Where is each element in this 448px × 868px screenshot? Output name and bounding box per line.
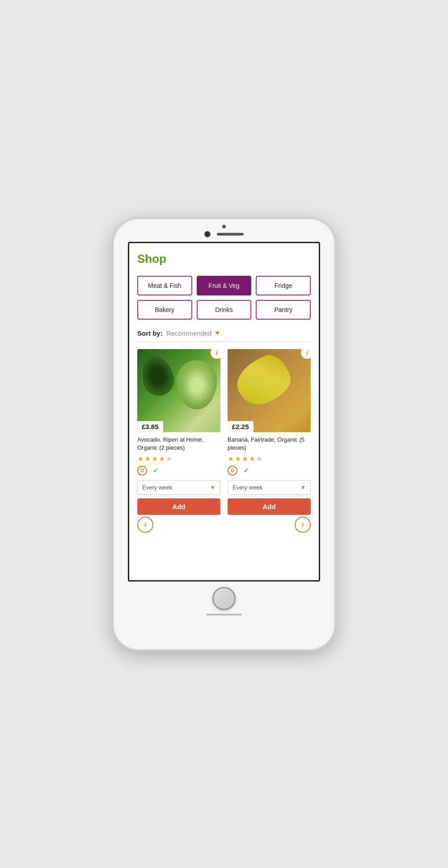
product-image-avocado: £3.85 i xyxy=(137,349,220,432)
banana-image xyxy=(228,349,311,432)
sort-value-text: Recommended xyxy=(166,329,212,337)
avocado-frequency-select[interactable]: Every week ▼ xyxy=(137,480,220,495)
sort-dropdown[interactable]: Recommended ▼ xyxy=(166,329,221,337)
category-btn-bakery[interactable]: Bakery xyxy=(137,300,192,320)
category-btn-fridge[interactable]: Fridge xyxy=(256,276,311,295)
banana-stars: ★ ★ ★ ★ ★ xyxy=(228,455,311,463)
phone-top xyxy=(113,219,335,237)
category-btn-drinks[interactable]: Drinks xyxy=(197,300,252,320)
star-5: ★ xyxy=(166,455,172,463)
product-card-avocado: £3.85 i Avocado, Ripen at Home, Organic … xyxy=(137,349,220,515)
star-3: ★ xyxy=(242,455,248,463)
avocado-price: £3.85 xyxy=(137,421,163,432)
vegan-badge: ✓ xyxy=(151,466,161,476)
product-image-banana: £2.25 i xyxy=(228,349,311,432)
avocado-frequency-chevron: ▼ xyxy=(210,484,216,491)
banana-name: Banana, Fairtrade, Organic (5 pieces) xyxy=(228,436,311,452)
more-products-hint: i i xyxy=(137,517,311,533)
banana-price: £2.25 xyxy=(228,421,254,432)
vegan-badge: ✓ xyxy=(241,466,251,476)
home-button[interactable] xyxy=(212,587,236,610)
avocado-image xyxy=(137,349,220,432)
chevron-down-icon: ▼ xyxy=(214,329,220,337)
star-4: ★ xyxy=(159,455,165,463)
category-grid: Meat & Fish Fruit & Veg Fridge Bakery Dr… xyxy=(137,276,311,320)
banana-add-button[interactable]: Add xyxy=(228,498,311,515)
organic-badge: Ω xyxy=(137,466,147,476)
avocado-badges: Ω ✓ xyxy=(137,466,220,476)
avocado-frequency-value: Every week xyxy=(142,484,172,491)
category-btn-fruit-veg[interactable]: Fruit & Veg xyxy=(197,276,252,295)
power-button xyxy=(335,317,338,344)
category-btn-meat-fish[interactable]: Meat & Fish xyxy=(137,276,192,295)
star-3: ★ xyxy=(152,455,158,463)
banana-frequency-select[interactable]: Every week ▼ xyxy=(228,480,311,495)
phone-speaker xyxy=(217,233,244,236)
products-grid: £3.85 i Avocado, Ripen at Home, Organic … xyxy=(137,349,311,515)
avocado-add-button[interactable]: Add xyxy=(137,498,220,515)
bottom-bar xyxy=(206,614,242,615)
volume-buttons xyxy=(110,290,113,341)
star-2: ★ xyxy=(235,455,241,463)
sort-divider xyxy=(137,341,311,342)
banana-badges: Ω ✓ xyxy=(228,466,311,476)
screen-content: Shop Meat & Fish Fruit & Veg Fridge Bake… xyxy=(129,243,319,580)
star-4: ★ xyxy=(249,455,255,463)
phone-screen: Shop Meat & Fish Fruit & Veg Fridge Bake… xyxy=(128,242,320,581)
star-5: ★ xyxy=(256,455,262,463)
banana-frequency-chevron: ▼ xyxy=(300,484,306,491)
sort-row: Sort by: Recommended ▼ xyxy=(137,329,311,337)
banana-frequency-value: Every week xyxy=(232,484,262,491)
front-camera xyxy=(204,231,211,237)
avocado-name: Avocado, Ripen at Home, Organic (2 piece… xyxy=(137,436,220,452)
more-product-hint-left: i xyxy=(137,517,153,533)
page-title: Shop xyxy=(137,252,311,266)
phone-dot xyxy=(222,225,226,228)
product-card-banana: £2.25 i Banana, Fairtrade, Organic (5 pi… xyxy=(228,349,311,515)
star-1: ★ xyxy=(228,455,234,463)
star-2: ★ xyxy=(144,455,151,463)
more-product-hint-right: i xyxy=(295,517,311,533)
phone-camera-area xyxy=(204,231,244,237)
organic-badge: Ω xyxy=(228,466,237,476)
category-btn-pantry[interactable]: Pantry xyxy=(256,300,311,320)
avocado-stars: ★ ★ ★ ★ ★ xyxy=(137,455,220,463)
star-1: ★ xyxy=(137,455,144,463)
phone-frame: Shop Meat & Fish Fruit & Veg Fridge Bake… xyxy=(112,217,336,651)
sort-label: Sort by: xyxy=(137,329,163,337)
phone-bottom xyxy=(206,581,242,623)
